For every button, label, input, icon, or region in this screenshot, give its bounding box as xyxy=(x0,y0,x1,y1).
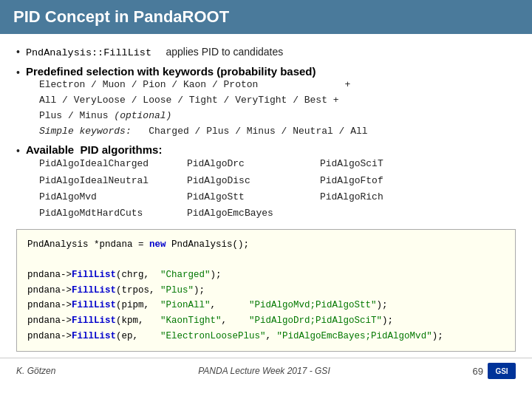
str-algodrd: "PidAlgoDrd;PidAlgoSciT" xyxy=(249,316,382,326)
str-algoemc: "PidAlgoEmcBayes;PidAlgoMvd" xyxy=(277,331,432,341)
algo-1-3: PidAlgoSciT xyxy=(320,156,438,172)
filllist-1: FillList xyxy=(72,270,116,280)
code-line-1: PndAnalysis *pndana = new PndAnalysis(); xyxy=(27,237,505,253)
algo-2-2: PidAlgoDisc xyxy=(187,173,320,189)
slide-footer: K. Götzen PANDA Lecture Week 2017 - GSI … xyxy=(0,358,532,383)
str-kaontight: "KaonTight" xyxy=(160,316,222,326)
code-line-3: pndana->FillList(chrg, "Charged"); xyxy=(27,267,505,283)
simple-keywords: Charged / Plus / Minus / Neutral / All xyxy=(149,126,367,137)
algo-3-2: PidAlgoStt xyxy=(187,189,320,205)
code-filllist: PndAnalysis::FillList xyxy=(26,47,151,58)
algo-4-1: PidAlgoMdtHardCuts xyxy=(39,205,187,222)
slide-header: PID Concept in PandaROOT xyxy=(0,0,532,34)
str-algomvd: "PidAlgoMvd;PidAlgoStt" xyxy=(249,300,377,310)
algo-2-1: PidAlgoIdealNeutral xyxy=(39,173,187,189)
footer-author: K. Götzen xyxy=(16,366,55,376)
str-charged: "Charged" xyxy=(160,270,211,280)
bullet-3-heading: Available PID algorithms: xyxy=(26,143,438,156)
bullet-3-content: Available PID algorithms: PidAlgoIdealCh… xyxy=(26,143,438,221)
algo-grid: PidAlgoIdealCharged PidAlgoDrc PidAlgoSc… xyxy=(39,156,438,221)
algo-3-1: PidAlgoMvd xyxy=(39,189,187,205)
filllist-5: FillList xyxy=(72,331,116,341)
bullet-1-text: PndAnalysis::FillList applies PID to can… xyxy=(26,44,283,61)
str-plus: "Plus" xyxy=(160,285,194,296)
filllist-3: FillList xyxy=(72,300,116,310)
code-block: PndAnalysis *pndana = new PndAnalysis();… xyxy=(16,229,516,352)
page-number: 69 xyxy=(473,366,483,377)
filllist-2: FillList xyxy=(72,285,116,296)
bullet-icon-3: • xyxy=(16,145,20,157)
optional-text: (optional) xyxy=(114,110,171,121)
bullet-3: • Available PID algorithms: PidAlgoIdeal… xyxy=(16,143,516,221)
bullet-2-line2: All / VeryLoose / Loose / Tight / VeryTi… xyxy=(39,93,368,109)
code-line-7: pndana->FillList(ep, "ElectronLoosePlus"… xyxy=(27,329,505,344)
bullet-1: • PndAnalysis::FillList applies PID to c… xyxy=(16,44,516,61)
str-pionall: "PionAll" xyxy=(160,300,211,310)
algo-4-3 xyxy=(320,205,438,222)
footer-event: PANDA Lecture Week 2017 - GSI xyxy=(198,366,330,376)
bullet-2-heading: Predefined selection with keywords (prob… xyxy=(26,65,368,78)
algo-3-3: PidAlgoRich xyxy=(320,189,438,205)
code-line-6: pndana->FillList(kpm, "KaonTight", "PidA… xyxy=(27,313,505,329)
keyword-new: new xyxy=(149,239,166,250)
footer-right-section: 69 GSI xyxy=(473,363,516,379)
algo-4-2: PidAlgoEmcBayes xyxy=(187,205,320,222)
algo-2-3: PidAlgoFtof xyxy=(320,173,438,189)
gsi-logo: GSI xyxy=(488,363,516,379)
bullet-icon-1: • xyxy=(16,46,20,58)
bullet-2-line4: Simple keywords: Charged / Plus / Minus … xyxy=(39,124,368,140)
algo-1-2: PidAlgoDrc xyxy=(187,156,320,172)
bullet-2-content: Predefined selection with keywords (prob… xyxy=(26,65,368,139)
bullet-1-rest: applies PID to candidates xyxy=(154,46,283,58)
code-line-4: pndana->FillList(trpos, "Plus"); xyxy=(27,283,505,299)
bullet-2-line3: Plus / Minus (optional) xyxy=(39,109,368,124)
filllist-4: FillList xyxy=(72,316,116,326)
header-title: PID Concept in PandaROOT xyxy=(13,7,229,26)
str-electronloose: "ElectronLoosePlus" xyxy=(160,331,266,341)
bullet-icon-2: • xyxy=(16,66,20,78)
proton-text: Proton xyxy=(224,79,259,90)
algo-1-1: PidAlgoIdealCharged xyxy=(39,156,187,172)
bullet-2-line1: Electron / Muon / Pion / Kaon / Proton + xyxy=(39,78,368,93)
slide-content: • PndAnalysis::FillList applies PID to c… xyxy=(0,34,532,352)
bullet-2: • Predefined selection with keywords (pr… xyxy=(16,65,516,139)
code-line-5: pndana->FillList(pipm, "PionAll", "PidAl… xyxy=(27,298,505,313)
code-line-blank xyxy=(27,252,505,267)
